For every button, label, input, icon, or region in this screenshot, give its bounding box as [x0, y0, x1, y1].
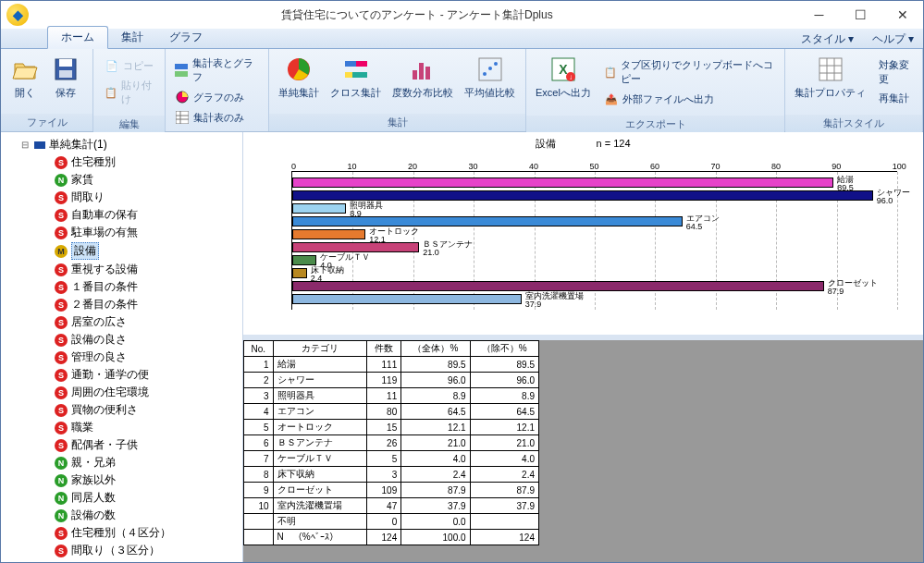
badge-icon: M	[55, 245, 68, 258]
badge-icon: S	[55, 156, 68, 169]
tree-root[interactable]: ⊟ 単純集計(1)	[3, 136, 240, 153]
tree-item[interactable]: N親・兄弟	[3, 454, 240, 471]
tree-item[interactable]: M設備	[3, 241, 240, 261]
ribbon-group-edit: 編集	[93, 116, 165, 133]
table-icon	[175, 110, 190, 125]
badge-icon: S	[55, 386, 68, 399]
tree-item[interactable]: S間取り	[3, 189, 240, 206]
excel-icon: X↓	[548, 55, 578, 84]
chart-bar	[292, 190, 873, 201]
histogram-icon	[408, 55, 437, 84]
list-icon	[34, 141, 45, 149]
svg-rect-15	[413, 70, 417, 80]
tree-item[interactable]: S住宅種別	[3, 153, 240, 171]
tree-item[interactable]: S間取り（３区分）	[3, 542, 240, 559]
badge-icon: S	[55, 422, 68, 434]
chart-n: n = 124	[597, 138, 631, 149]
table-row: N （%ﾍﾞｰｽ）124100.0124	[244, 530, 539, 545]
svg-rect-3	[175, 64, 188, 69]
view-table-button[interactable]: 集計表のみ	[171, 108, 263, 127]
tree-item[interactable]: S配偶者・子供	[3, 436, 240, 454]
pie-icon	[175, 90, 190, 104]
svg-point-21	[494, 62, 498, 66]
svg-rect-4	[175, 71, 188, 77]
tree-item[interactable]: S通勤・通学の便	[3, 366, 240, 384]
badge-icon: N	[55, 474, 68, 487]
tree-item[interactable]: S駐車場の有無	[3, 224, 240, 241]
badge-icon: N	[55, 174, 68, 187]
save-icon	[51, 55, 80, 84]
tree-item[interactable]: S管理の良さ	[3, 349, 240, 366]
tree-item[interactable]: S周囲の住宅環境	[3, 384, 240, 401]
table-row: 1給湯11189.589.5	[244, 357, 539, 373]
svg-text:↓: ↓	[569, 73, 573, 81]
save-button[interactable]: 保存	[45, 53, 86, 102]
badge-icon: S	[55, 299, 68, 312]
clipboard-export-button[interactable]: 📋タブ区切りでクリップボードへコピー	[600, 56, 777, 88]
svg-rect-12	[345, 61, 356, 67]
menu-style[interactable]: スタイル ▾	[794, 32, 854, 45]
svg-point-20	[488, 67, 492, 70]
tree-item[interactable]: N家賃	[3, 171, 240, 189]
menu-help[interactable]: ヘルプ ▾	[865, 32, 914, 45]
minimize-button[interactable]: ─	[798, 1, 840, 29]
freq-button[interactable]: 度数分布比較	[387, 53, 459, 102]
tree-item[interactable]: S２番目の条件	[3, 296, 240, 313]
simple-agg-button[interactable]: 単純集計	[273, 53, 325, 102]
tree-cross[interactable]: クロス集計	[3, 559, 240, 562]
badge-icon: N	[55, 509, 68, 522]
badge-icon: S	[55, 439, 68, 452]
paste-icon: 📋	[105, 85, 117, 100]
chart-bar	[292, 216, 683, 226]
mean-button[interactable]: 平均値比較	[459, 53, 521, 102]
table-area[interactable]: No.カテゴリ件数（全体）%（除不）% 1給湯11189.589.52シャワー1…	[243, 340, 923, 562]
badge-icon: S	[55, 263, 68, 276]
tree-item[interactable]: N設備の数	[3, 507, 240, 524]
paste-button[interactable]: 📋貼り付け	[101, 77, 157, 108]
tree-item[interactable]: S住宅種別（４区分）	[3, 524, 240, 542]
file-export-icon: 📤	[604, 92, 619, 106]
tree-item[interactable]: S居室の広さ	[3, 313, 240, 331]
ribbon-group-file: ファイル	[1, 114, 92, 131]
open-button[interactable]: 開く	[5, 53, 45, 102]
view-graph-button[interactable]: グラフのみ	[171, 88, 263, 106]
ribbon-group-export: エクスポート	[526, 116, 784, 133]
chart-bar	[292, 203, 346, 214]
window-title: 賃貸住宅についてのアンケート - アンケート集計Dplus	[36, 7, 798, 23]
badge-icon: S	[55, 527, 68, 540]
tree-item[interactable]: S職業	[3, 419, 240, 436]
tab-graph[interactable]: グラフ	[156, 27, 216, 48]
tab-summary[interactable]: 集計	[108, 27, 156, 48]
svg-point-19	[483, 72, 487, 76]
svg-rect-26	[819, 58, 842, 80]
reagg-button[interactable]: 再集計	[875, 90, 915, 107]
tree-item[interactable]: S設備の良さ	[3, 331, 240, 349]
chart-bar	[292, 294, 522, 304]
tree-item[interactable]: S１番目の条件	[3, 278, 240, 296]
view-both-button[interactable]: 集計表とグラフ	[171, 55, 263, 86]
target-change-button[interactable]: 対象変更	[875, 56, 915, 88]
tree-item[interactable]: S買物の便利さ	[3, 401, 240, 419]
agg-property-button[interactable]: 集計プロパティ	[789, 53, 871, 102]
svg-rect-6	[176, 111, 189, 124]
excel-export-button[interactable]: X↓Excelへ出力	[530, 53, 597, 102]
close-button[interactable]: ✕	[881, 1, 923, 29]
svg-rect-2	[59, 70, 72, 78]
chart-bar	[292, 268, 307, 278]
tree-panel[interactable]: ⊟ 単純集計(1) S住宅種別N家賃S間取りS自動車の保有S駐車場の有無M設備S…	[1, 132, 243, 562]
tree-item[interactable]: N同居人数	[3, 489, 240, 507]
tab-home[interactable]: ホーム	[47, 26, 108, 49]
badge-icon: S	[55, 369, 68, 382]
badge-icon: S	[55, 316, 68, 329]
tree-item[interactable]: S重視する設備	[3, 261, 240, 278]
badge-icon: S	[55, 281, 68, 294]
tree-item[interactable]: N家族以外	[3, 471, 240, 489]
maximize-button[interactable]: ☐	[840, 1, 881, 29]
cross-agg-button[interactable]: クロス集計	[325, 53, 387, 102]
badge-icon: S	[55, 404, 68, 417]
tree-item[interactable]: S自動車の保有	[3, 206, 240, 224]
file-export-button[interactable]: 📤外部ファイルへ出力	[600, 90, 777, 108]
data-table: No.カテゴリ件数（全体）%（除不）% 1給湯11189.589.52シャワー1…	[243, 340, 539, 545]
copy-button[interactable]: 📄コピー	[101, 56, 157, 75]
badge-icon: S	[55, 334, 68, 347]
